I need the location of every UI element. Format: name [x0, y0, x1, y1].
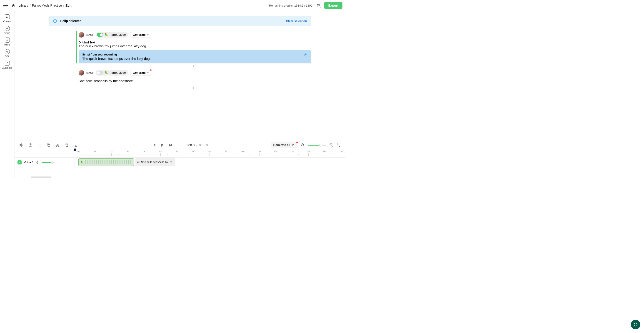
ruler-tick: 16s — [339, 150, 343, 156]
clip-block-2[interactable]: Brad 🦜 Parrot Mode Generate✦ She sells s… — [76, 69, 311, 85]
parrot-toggle[interactable] — [97, 71, 103, 75]
breadcrumb-separator: / — [30, 4, 31, 7]
rail-music[interactable]: Music — [4, 38, 10, 46]
info-icon — [53, 19, 57, 23]
rail-voice[interactable]: Voice — [4, 26, 10, 34]
cut-icon[interactable] — [56, 143, 60, 147]
svg-rect-0 — [6, 16, 8, 16]
generate-all-button[interactable]: Generate all — [271, 142, 298, 148]
ruler-tick: 7s — [192, 150, 194, 156]
ruler-tick: 11s — [258, 150, 261, 156]
sparkle-icon: ✦ — [147, 33, 149, 36]
copy-icon[interactable] — [46, 143, 51, 147]
parrot-toggle[interactable] — [97, 33, 103, 37]
timeline-clip-2[interactable]: She sells seashells by — [135, 158, 175, 166]
svg-rect-1 — [6, 17, 8, 17]
refresh-icon — [292, 144, 295, 147]
clip-text[interactable]: She sells seashells by the seashore. — [79, 77, 311, 85]
generate-button[interactable]: Generate✦ — [130, 70, 151, 76]
ruler-tick: 1s — [94, 150, 96, 156]
notification-dot — [296, 142, 298, 143]
parrot-mode-pill: 🦜 Parrot Mode — [96, 70, 128, 76]
menu-icon[interactable] — [3, 3, 8, 8]
next-icon[interactable] — [168, 143, 172, 147]
zoom-in-icon[interactable] — [329, 143, 333, 147]
clip-block-1[interactable]: Brad 🦜 Parrot Mode Generate✦ Original Te… — [76, 31, 311, 63]
script-text[interactable]: The quick brown fox jumps over the lazy … — [82, 57, 301, 61]
clip-label: She sells seashells by — [141, 161, 168, 164]
trash-icon[interactable] — [65, 143, 69, 147]
ruler-tick: 10s — [241, 150, 245, 156]
volume-slider[interactable] — [42, 162, 53, 163]
track-badge-icon — [18, 160, 22, 164]
rail-label: SFX — [5, 55, 9, 58]
speaker-name: Brad — [86, 71, 94, 75]
breadcrumb-separator: / — [63, 4, 64, 7]
ruler-tick: 0s — [78, 150, 80, 156]
rail-sfx[interactable]: SFX — [5, 49, 10, 58]
zoom-out-icon[interactable] — [301, 143, 305, 147]
comment-icon[interactable] — [316, 3, 321, 8]
ruler-tick: 6s — [176, 150, 178, 156]
plus-icon[interactable]: ＋ — [192, 86, 195, 90]
ruler-tick: 12s — [274, 150, 278, 156]
waveform — [85, 160, 132, 164]
parrot-label: Parrot Mode — [110, 71, 126, 74]
rail-label: Voice — [4, 32, 10, 34]
avatar — [79, 70, 84, 76]
prev-icon[interactable] — [152, 143, 156, 147]
svg-point-7 — [6, 64, 7, 64]
home-icon[interactable] — [11, 4, 16, 8]
selection-count: 1 clip selected — [60, 19, 82, 23]
breadcrumb-project[interactable]: Parrot Mode Practice — [32, 4, 62, 7]
history-icon[interactable] — [28, 143, 32, 147]
svg-point-6 — [6, 51, 8, 53]
ruler-tick: 2s — [110, 150, 113, 156]
parrot-icon: 🦜 — [104, 71, 108, 74]
ruler-tick: 15s — [323, 150, 326, 156]
rail-audioclip[interactable]: Audio clip — [2, 61, 12, 69]
sidebar-rail: Content Voice Music SFX Audio clip — [0, 11, 15, 178]
refresh-icon[interactable] — [169, 161, 172, 164]
parrot-icon: 🦜 — [104, 33, 108, 36]
export-button[interactable]: Export — [324, 2, 342, 9]
script-label: Script from your recording — [82, 53, 301, 56]
mute-icon[interactable] — [36, 161, 40, 164]
script-box: Script from your recording The quick bro… — [79, 50, 311, 63]
parrot-icon: 🦜 — [80, 161, 84, 164]
zoom-slider[interactable] — [308, 145, 326, 146]
rail-label: Audio clip — [2, 67, 12, 69]
generate-button[interactable]: Generate✦ — [130, 32, 151, 38]
collapse-icon[interactable] — [336, 143, 341, 147]
track-name: Voice 1 — [24, 161, 34, 164]
rail-content[interactable]: Content — [3, 14, 11, 23]
timeline-ruler[interactable]: 0s1s2s3s4s5s6s7s8s9s10s11s12s13s14s15s16… — [15, 150, 345, 157]
svg-rect-10 — [38, 144, 39, 146]
plus-icon[interactable]: ＋ — [192, 64, 195, 68]
sparkle-icon: ✦ — [147, 71, 149, 74]
rail-label: Content — [3, 20, 11, 23]
play-icon[interactable] — [160, 143, 164, 147]
time-display: 0:00.0 / 0:05.9 — [186, 143, 208, 147]
original-text-label: Original Text — [79, 41, 311, 44]
split-icon[interactable] — [38, 143, 42, 147]
timeline-clip-1[interactable]: 🦜 — [78, 158, 134, 166]
parrot-label: Parrot Mode — [110, 33, 126, 36]
ruler-tick: 8s — [208, 150, 211, 156]
ruler-tick: 14s — [306, 150, 310, 156]
selection-info-bar: 1 clip selected Clear selection — [49, 16, 311, 26]
horizontal-scrollbar[interactable] — [15, 176, 345, 178]
ruler-tick: 5s — [159, 150, 162, 156]
volume-icon[interactable] — [19, 143, 24, 147]
ruler-tick: 3s — [126, 150, 129, 156]
notification-dot — [150, 69, 152, 71]
svg-rect-12 — [48, 144, 50, 146]
refresh-icon[interactable] — [303, 53, 308, 57]
svg-point-4 — [8, 40, 8, 41]
ruler-tick: 13s — [290, 150, 294, 156]
svg-rect-11 — [40, 144, 41, 146]
download-icon[interactable] — [74, 143, 78, 147]
controls-bar: 0:00.0 / 0:05.9 Generate all — [15, 140, 345, 150]
breadcrumb-library[interactable]: Library — [19, 4, 28, 7]
clear-selection-link[interactable]: Clear selection — [286, 19, 307, 23]
